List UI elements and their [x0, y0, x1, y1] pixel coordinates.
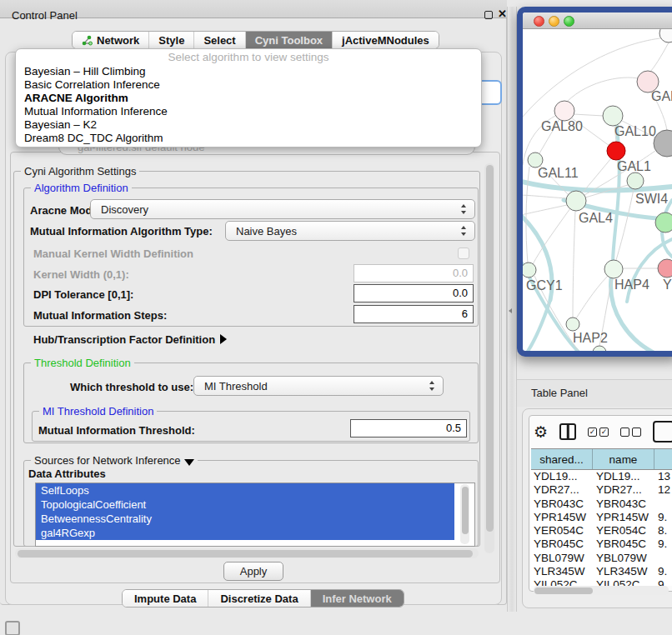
attributes-scrollbar-thumb[interactable]	[462, 487, 469, 534]
network-node-gal4[interactable]	[566, 191, 586, 211]
network-node-y[interactable]	[658, 259, 672, 278]
table-cell: YIL052C	[593, 578, 654, 586]
table-row[interactable]: YDR27...YDR27...12	[531, 483, 672, 497]
sources-expander[interactable]: Sources for Network Inference	[31, 454, 198, 467]
combo-value: MI Threshold	[204, 380, 268, 392]
attribute-item[interactable]: SelfLoops	[36, 483, 454, 498]
tab-impute-data[interactable]: Impute Data	[123, 590, 208, 607]
page-icon[interactable]	[653, 421, 672, 442]
table-row[interactable]: YPR145WYPR145W9.	[531, 511, 672, 524]
close-icon[interactable]: ✕	[498, 8, 507, 20]
table-cell: 9.	[654, 565, 672, 578]
tab-jactivemnodules[interactable]: jActiveMNodules	[333, 32, 439, 48]
tab-label: Style	[158, 34, 184, 47]
table-hscrollbar-thumb[interactable]	[534, 588, 593, 594]
table-cell: YDR27...	[531, 483, 593, 497]
stepper-icon	[461, 226, 467, 236]
algorithm-dropdown-popup: Select algorithm to view settings Bayesi…	[15, 48, 482, 148]
attribute-item[interactable]: TopologicalCoefficient	[36, 498, 454, 512]
kernel-width-field[interactable]: 0.0	[354, 264, 474, 282]
table-cell: YBL079W	[531, 552, 593, 565]
unchecked-box-icon	[620, 428, 629, 437]
aracne-mode-combo[interactable]: Discovery	[90, 199, 475, 219]
table-cell: YDL19...	[531, 470, 593, 483]
table-cell: YIL052C	[531, 578, 593, 586]
tab-style[interactable]: Style	[149, 32, 194, 48]
network-node[interactable]	[607, 142, 625, 160]
algorithm-option[interactable]: Mutual Information Inference	[16, 105, 481, 118]
float-window-icon[interactable]	[484, 11, 493, 19]
column-header[interactable]	[654, 449, 672, 469]
table-row[interactable]: YIL052CYIL052C9	[531, 578, 672, 586]
table-row[interactable]: YLR345WYLR345W9.	[531, 565, 672, 578]
zoom-traffic-light[interactable]	[564, 16, 574, 27]
algorithm-option[interactable]: Dream8 DC_TDC Algorithm	[16, 132, 481, 145]
algorithm-option[interactable]: Basic Correlation Inference	[16, 78, 481, 92]
network-icon	[82, 35, 93, 46]
table-row[interactable]: YBR043CYBR043C	[531, 498, 672, 511]
group-title: MI Threshold Definition	[39, 405, 157, 418]
table-cell: YDR27...	[593, 483, 654, 497]
node-label: Y	[663, 278, 672, 292]
select-all-icon[interactable]: ✓ ✓	[588, 428, 609, 437]
attribute-item[interactable]: gal4RGexp	[36, 526, 454, 540]
which-threshold-combo[interactable]: MI Threshold	[193, 376, 444, 396]
split-columns-icon[interactable]	[559, 423, 576, 440]
network-node-gal10[interactable]	[603, 106, 623, 126]
tab-label: jActiveMNodules	[342, 34, 429, 47]
data-attributes-list[interactable]: SelfLoopsTopologicalCoefficientBetweenne…	[35, 482, 475, 547]
dpi-tolerance-field[interactable]: 0.0	[354, 284, 474, 302]
network-node[interactable]	[593, 346, 606, 351]
minimize-traffic-light[interactable]	[549, 16, 559, 27]
table-row[interactable]: YBR045CYBR045C9.	[531, 538, 672, 551]
manual-kernel-checkbox[interactable]	[458, 248, 469, 259]
network-node-gal1[interactable]	[627, 172, 644, 189]
close-traffic-light[interactable]	[534, 16, 544, 27]
minimized-panel-icon[interactable]	[5, 621, 20, 635]
settings-scrollbar-thumb[interactable]	[486, 165, 494, 532]
table-cell: YBR043C	[593, 498, 654, 511]
node-label: HAP4	[614, 278, 649, 292]
tab-select[interactable]: Select	[194, 32, 245, 48]
checked-box-icon: ✓	[588, 428, 597, 437]
network-canvas[interactable]: GALGAL80GAL10GAL11GAL1GAL4SWI4GCY1HAP4YH…	[523, 29, 672, 351]
table-row[interactable]: YER054CYER054C8.	[531, 524, 672, 538]
tab-label: Cyni Toolbox	[255, 34, 323, 47]
mi-threshold-field[interactable]: 0.5	[350, 419, 467, 438]
algorithm-option[interactable]: ARACNE Algorithm	[16, 92, 481, 105]
network-node-gcy1[interactable]	[523, 262, 536, 278]
network-node-hap4[interactable]	[604, 260, 623, 278]
splitter-arrow-icon[interactable]	[509, 308, 512, 313]
column-header[interactable]: shared...	[531, 449, 593, 469]
table-row[interactable]: YBL079WYBL079W	[531, 552, 672, 565]
tab-network[interactable]: Network	[73, 32, 149, 48]
tab-label: Impute Data	[134, 592, 196, 605]
table-panel-title: Table Panel	[531, 387, 588, 399]
network-node[interactable]	[659, 29, 672, 42]
tab-cyni-toolbox[interactable]: Cyni Toolbox	[246, 32, 333, 48]
table-toolbar: ⚙ ✓ ✓	[534, 418, 672, 445]
algorithm-option[interactable]: Bayesian – K2	[16, 118, 481, 132]
tab-discretize-data[interactable]: Discretize Data	[208, 590, 310, 607]
table-row[interactable]: YDL19...YDL19...13	[531, 470, 672, 483]
column-header[interactable]: name	[593, 449, 654, 469]
algorithm-option[interactable]: Bayesian – Hill Climbing	[16, 65, 481, 78]
network-node-swi4[interactable]	[655, 212, 672, 232]
combo-value: Naive Bayes	[236, 225, 297, 238]
table-cell: YLR345W	[531, 565, 593, 578]
table-cell: 9.	[654, 511, 672, 524]
hub-section-expander[interactable]: Hub/Transcription Factor Definition	[33, 333, 227, 346]
attribute-item[interactable]: BetweennessCentrality	[36, 512, 454, 526]
gear-icon[interactable]: ⚙	[534, 424, 548, 440]
network-window-titlebar[interactable]	[523, 12, 672, 29]
network-node[interactable]	[654, 130, 672, 157]
table-cell: YBR043C	[531, 498, 593, 511]
network-node-hap2[interactable]	[566, 318, 579, 331]
network-node-gal80[interactable]	[554, 101, 574, 121]
settings-hscrollbar-thumb[interactable]	[18, 550, 473, 558]
mi-steps-field[interactable]: 6	[354, 305, 474, 323]
deselect-all-icon[interactable]	[620, 428, 641, 437]
mi-algorithm-type-combo[interactable]: Naive Bayes	[225, 221, 475, 241]
apply-button[interactable]: Apply	[223, 562, 283, 581]
tab-infer-network[interactable]: Infer Network	[311, 590, 404, 607]
